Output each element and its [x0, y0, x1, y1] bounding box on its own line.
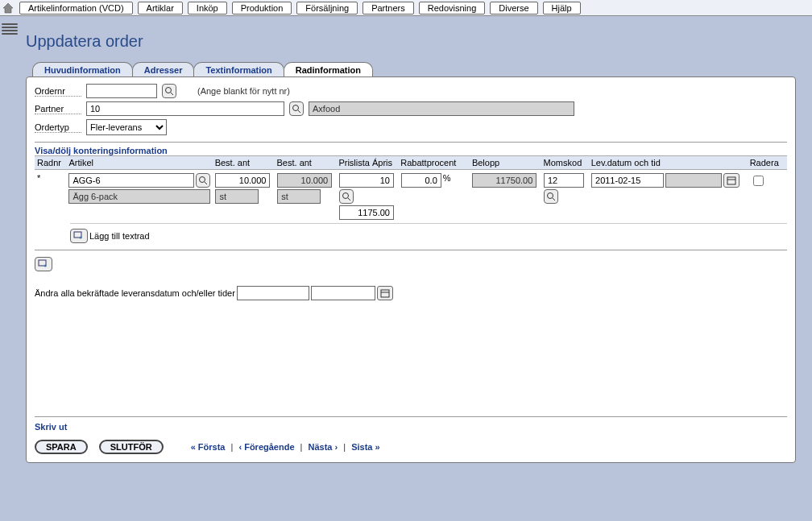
belopp-display — [472, 173, 536, 188]
artikel-code-input[interactable] — [68, 173, 194, 188]
partner-row: Partner — [35, 101, 787, 116]
col-belopp: Belopp — [470, 158, 541, 167]
bulk-calendar-icon[interactable] — [377, 286, 393, 300]
finish-button[interactable]: SLUTFÖR — [99, 440, 164, 454]
best1-unit-display — [215, 189, 259, 204]
best1-input[interactable] — [215, 173, 270, 188]
svg-line-1 — [171, 93, 173, 95]
apris-top-input[interactable] — [339, 173, 394, 188]
tab-adresser[interactable]: Adresser — [132, 62, 195, 76]
partner-lookup-icon[interactable] — [289, 101, 304, 116]
menubar: Artikelinformation (VCD) Artiklar Inköp … — [19, 2, 812, 14]
svg-line-9 — [553, 198, 555, 201]
menu-partners[interactable]: Partners — [362, 2, 414, 14]
col-best2: Best. ant — [275, 158, 337, 167]
ordernr-input[interactable] — [86, 84, 157, 98]
menu-redovisning[interactable]: Redovisning — [419, 2, 486, 14]
grid-row: * — [35, 170, 787, 223]
svg-point-8 — [547, 193, 553, 199]
levdatum-input[interactable] — [591, 173, 664, 188]
tab-radinformation[interactable]: Radinformation — [284, 62, 373, 76]
rabatt-input[interactable] — [401, 173, 441, 188]
save-button[interactable]: SPARA — [35, 440, 88, 454]
best2-display — [277, 173, 332, 188]
partner-label: Partner — [35, 104, 81, 114]
col-radnr: Radnr — [35, 158, 66, 167]
col-best1: Best. ant — [213, 158, 275, 167]
artikel-name-display — [68, 189, 210, 204]
app-root: Artikelinformation (VCD) Artiklar Inköp … — [0, 0, 812, 521]
menu-artikelinformation[interactable]: Artikelinformation (VCD) — [19, 2, 133, 14]
ordertyp-label: Ordertyp — [35, 122, 81, 133]
svg-text:+: + — [79, 235, 82, 241]
menu-inkop[interactable]: Inköp — [188, 2, 227, 14]
page-title: Uppdatera order — [26, 32, 796, 51]
add-textrow-label: Lägg till textrad — [89, 231, 150, 241]
tab-panel: Ordernr (Ange blankt för nytt nr) Partne… — [26, 76, 796, 463]
ordernr-row: Ordernr (Ange blankt för nytt nr) — [35, 84, 787, 98]
kontering-toggle[interactable]: Visa/dölj konteringsinformation — [35, 142, 787, 155]
svg-rect-16 — [381, 290, 389, 297]
pager-first[interactable]: « Första — [191, 442, 226, 452]
print-link[interactable]: Skriv ut — [35, 422, 67, 432]
col-radera: Radera — [748, 158, 787, 167]
svg-text:+: + — [44, 263, 47, 269]
grid-header: Radnr Artikel Best. ant Best. ant Prisli… — [35, 155, 787, 170]
pager-last[interactable]: Sista » — [351, 442, 379, 452]
svg-point-4 — [200, 177, 205, 183]
rabatt-unit: % — [443, 173, 451, 183]
tabs: Huvudinformation Adresser Textinformatio… — [32, 62, 796, 76]
svg-line-7 — [348, 198, 350, 201]
add-line-icon[interactable]: + — [35, 257, 52, 271]
apris-lookup-icon[interactable] — [339, 189, 354, 204]
ordernr-hint: (Ange blankt för nytt nr) — [197, 86, 290, 96]
svg-line-5 — [205, 182, 207, 184]
tab-huvudinformation[interactable]: Huvudinformation — [32, 62, 133, 76]
pager: « Första | ‹ Föregående | Nästa › | Sist… — [191, 442, 380, 452]
sidebar-handle-icon[interactable] — [2, 18, 18, 40]
radnr-cell: * — [35, 173, 66, 220]
svg-point-2 — [293, 105, 299, 111]
levdatum-calendar-icon[interactable] — [723, 173, 740, 188]
content: Uppdatera order Huvudinformation Adresse… — [0, 16, 812, 469]
ordertyp-row: Ordertyp Fler-leverans — [35, 119, 787, 135]
artikel-lookup-icon[interactable] — [196, 173, 210, 188]
menu-artiklar[interactable]: Artiklar — [138, 2, 183, 14]
col-rabatt: Rabattprocent — [398, 158, 470, 167]
col-momskod: Momskod — [541, 158, 589, 167]
ordernr-lookup-icon[interactable] — [162, 84, 176, 98]
col-artikel: Artikel — [66, 158, 212, 167]
pager-prev[interactable]: ‹ Föregående — [238, 442, 294, 452]
pager-next[interactable]: Nästa › — [309, 442, 338, 452]
bulk-date-input[interactable] — [237, 286, 309, 300]
add-textrow-icon[interactable]: + — [70, 229, 88, 243]
svg-point-6 — [342, 193, 348, 199]
menu-diverse[interactable]: Diverse — [490, 2, 537, 14]
radera-checkbox[interactable] — [753, 176, 764, 186]
menu-produktion[interactable]: Produktion — [232, 2, 292, 14]
svg-rect-10 — [727, 177, 735, 184]
bulk-time-input[interactable] — [311, 286, 375, 300]
tab-textinformation[interactable]: Textinformation — [193, 62, 284, 76]
bulk-change-label: Ändra alla bekräftade leveransdatum och/… — [35, 288, 235, 298]
best2-unit-display — [277, 189, 321, 204]
menu-forsaljning[interactable]: Försäljning — [296, 2, 358, 14]
momskod-input[interactable] — [544, 173, 584, 188]
ordernr-label: Ordernr — [35, 86, 81, 97]
home-icon[interactable] — [2, 2, 14, 14]
momskod-lookup-icon[interactable] — [544, 189, 558, 204]
ordertyp-select[interactable]: Fler-leverans — [86, 119, 167, 135]
svg-line-3 — [298, 110, 300, 113]
topbar: Artikelinformation (VCD) Artiklar Inköp … — [0, 0, 812, 16]
col-apris: Prislista Ápris — [336, 158, 398, 167]
svg-point-0 — [166, 88, 172, 93]
levtid-display — [665, 173, 722, 188]
menu-hjalp[interactable]: Hjälp — [543, 2, 581, 14]
partner-input[interactable] — [86, 101, 284, 116]
col-levdatum: Lev.datum och tid — [589, 158, 748, 167]
apris-bottom-input[interactable] — [339, 205, 394, 220]
partner-name-display — [309, 101, 574, 116]
